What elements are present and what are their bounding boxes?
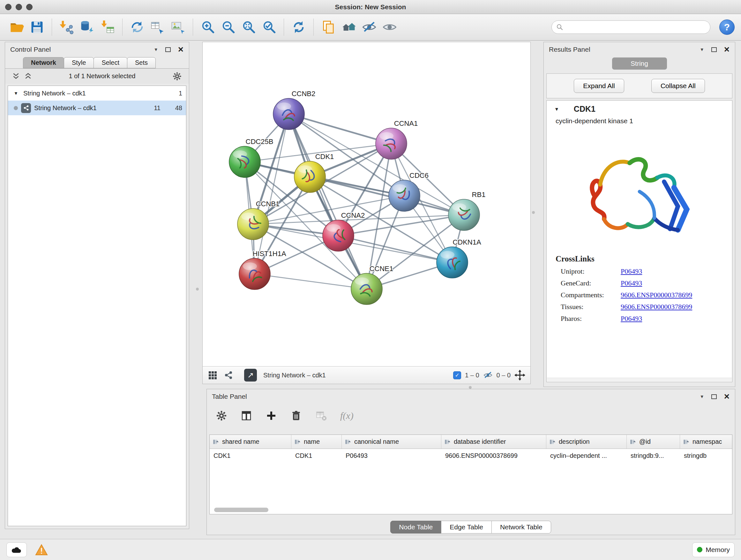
network-node-CDC25B[interactable] xyxy=(229,146,260,178)
table-cell[interactable]: stringdb xyxy=(680,449,732,463)
table-cell[interactable]: P06493 xyxy=(342,449,441,463)
network-node-CDK1[interactable] xyxy=(294,161,326,192)
add-column-icon[interactable] xyxy=(266,410,277,422)
selected-checkbox-icon[interactable]: ✓ xyxy=(453,371,461,379)
network-graph[interactable]: CCNB2CCNA1CDC25BCDK1CDC6RB1CCNB1CCNA2CDK… xyxy=(203,42,530,366)
open-session-button[interactable] xyxy=(6,17,27,37)
share-view-icon[interactable] xyxy=(224,370,233,380)
minimize-window-button[interactable] xyxy=(16,4,22,10)
column-header-2[interactable]: canonical name xyxy=(342,435,441,449)
memory-button[interactable]: Memory xyxy=(692,543,735,557)
string-tab-badge[interactable]: String xyxy=(612,57,667,70)
network-collection-row[interactable]: ▼ String Network – cdk1 1 xyxy=(8,86,186,101)
tab-node-table[interactable]: Node Table xyxy=(390,521,441,534)
delete-column-icon[interactable] xyxy=(290,410,302,422)
tab-sets[interactable]: Sets xyxy=(127,57,156,68)
network-node-CCNB2[interactable] xyxy=(273,98,305,130)
expand-all-button[interactable]: Expand All xyxy=(574,79,624,93)
table-gear-icon[interactable] xyxy=(216,410,227,422)
refresh-view-button[interactable] xyxy=(288,17,309,37)
tab-edge-table[interactable]: Edge Table xyxy=(441,521,492,534)
column-header-6[interactable]: namespac xyxy=(680,435,732,449)
tab-network[interactable]: Network xyxy=(23,57,64,68)
tree-caret-icon[interactable]: ▼ xyxy=(12,91,20,96)
column-header-0[interactable]: shared name xyxy=(210,435,291,449)
import-table-file-button[interactable] xyxy=(97,17,118,37)
network-overview-button[interactable] xyxy=(339,17,359,37)
column-header-4[interactable]: description xyxy=(546,435,627,449)
panel-float-icon[interactable] xyxy=(711,47,717,52)
search-input[interactable] xyxy=(566,23,705,31)
panel-float-icon[interactable] xyxy=(165,47,171,52)
expand-all-icon[interactable] xyxy=(24,72,32,80)
table-cell[interactable]: stringdb:9... xyxy=(627,449,680,463)
table-horizontal-scrollbar[interactable] xyxy=(214,508,268,512)
import-network-database-button[interactable] xyxy=(77,17,97,37)
network-from-table-button[interactable] xyxy=(147,17,168,37)
zoom-out-button[interactable] xyxy=(218,17,239,37)
cloud-button[interactable] xyxy=(6,543,27,557)
table-row[interactable]: CDK1CDK1P064939606.ENSP00000378699cyclin… xyxy=(210,449,732,463)
table-cell[interactable]: 9606.ENSP00000378699 xyxy=(441,449,546,463)
network-node-CDC6[interactable] xyxy=(389,180,420,211)
splitter-handle[interactable] xyxy=(196,288,199,291)
tab-style[interactable]: Style xyxy=(64,57,94,68)
results-scrollbar[interactable] xyxy=(547,378,732,381)
network-node-CDKN1A[interactable] xyxy=(436,247,468,278)
network-canvas[interactable]: CCNB2CCNA1CDC25BCDK1CDC6RB1CCNB1CCNA2CDK… xyxy=(203,42,530,366)
columns-icon[interactable] xyxy=(241,410,252,422)
crosslink-value[interactable]: 9606.ENSP00000378699 xyxy=(621,303,692,311)
panel-close-icon[interactable]: ✕ xyxy=(724,46,730,53)
panel-float-icon[interactable] xyxy=(711,394,717,399)
splitter-handle[interactable] xyxy=(532,211,535,214)
table-cell[interactable]: cyclin–dependent ... xyxy=(546,449,627,463)
panel-collapse-icon[interactable]: ▼ xyxy=(700,394,704,399)
gear-icon[interactable] xyxy=(172,71,182,81)
panel-collapse-icon[interactable]: ▼ xyxy=(700,47,704,52)
function-builder-icon[interactable]: f(x) xyxy=(340,410,354,421)
export-image-button[interactable] xyxy=(168,17,188,37)
copy-document-button[interactable] xyxy=(318,17,339,37)
panel-close-icon[interactable]: ✕ xyxy=(178,46,184,53)
help-button[interactable]: ? xyxy=(719,19,735,35)
network-node-RB1[interactable] xyxy=(448,199,480,231)
hide-selected-button[interactable] xyxy=(359,17,380,37)
column-header-3[interactable]: database identifier xyxy=(441,435,546,449)
warning-icon[interactable] xyxy=(35,544,48,556)
column-header-1[interactable]: name xyxy=(291,435,342,449)
crosslink-value[interactable]: P06493 xyxy=(621,279,642,287)
network-node-CCNA2[interactable] xyxy=(323,220,354,251)
table-cell[interactable]: CDK1 xyxy=(210,449,291,463)
collapse-all-icon[interactable] xyxy=(12,72,20,80)
close-window-button[interactable] xyxy=(5,4,11,10)
tab-select[interactable]: Select xyxy=(93,57,127,68)
network-node-HIST1H1A[interactable] xyxy=(239,258,270,290)
crosslink-value[interactable]: 9606.ENSP00000378699 xyxy=(621,291,692,299)
import-network-file-button[interactable] xyxy=(57,17,77,37)
show-all-button[interactable] xyxy=(380,17,400,37)
splitter-handle[interactable] xyxy=(469,386,472,389)
pan-move-icon[interactable] xyxy=(515,370,525,381)
crosslink-value[interactable]: P06493 xyxy=(621,314,642,323)
entry-collapse-caret[interactable]: ▼ xyxy=(554,106,559,112)
zoom-fit-button[interactable] xyxy=(239,17,259,37)
network-manager-button[interactable] xyxy=(127,17,147,37)
detach-view-button[interactable]: ↗ xyxy=(244,369,257,381)
save-session-button[interactable] xyxy=(27,17,47,37)
collapse-all-button[interactable]: Collapse All xyxy=(651,79,705,93)
network-node-CCNB1[interactable] xyxy=(238,208,269,240)
tab-network-table[interactable]: Network Table xyxy=(491,521,551,534)
network-node-CCNA1[interactable] xyxy=(376,128,407,159)
zoom-in-button[interactable] xyxy=(198,17,218,37)
grid-view-icon[interactable] xyxy=(208,370,217,380)
zoom-selected-button[interactable] xyxy=(259,17,279,37)
panel-close-icon[interactable]: ✕ xyxy=(724,393,730,400)
table-cell[interactable]: CDK1 xyxy=(291,449,342,463)
search-box[interactable] xyxy=(551,20,711,34)
network-node-CCNE1[interactable] xyxy=(351,273,382,305)
network-row[interactable]: String Network – cdk1 11 48 xyxy=(8,101,186,115)
panel-collapse-icon[interactable]: ▼ xyxy=(154,47,158,52)
column-header-5[interactable]: @id xyxy=(627,435,680,449)
maximize-window-button[interactable] xyxy=(26,4,32,10)
crosslink-value[interactable]: P06493 xyxy=(621,267,642,275)
